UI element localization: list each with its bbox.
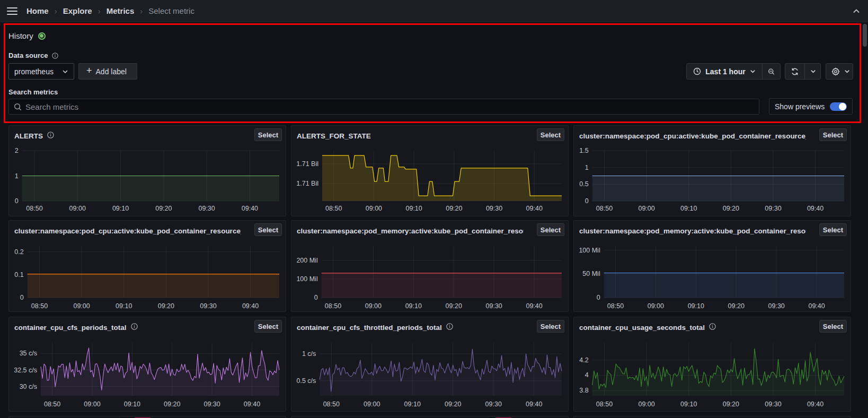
info-icon[interactable] [709, 323, 716, 332]
grafana-explore-metrics-screen: Home › Explore › Metrics › Select metric… [0, 0, 868, 418]
metric-panel: 08:5009:0009:1009:2009:3009:40210 ALERTS… [8, 125, 286, 216]
refresh-button-group [785, 63, 821, 80]
panel-title: cluster:namespace:pod_memory:active:kube… [297, 227, 524, 235]
svg-text:08:50: 08:50 [596, 400, 613, 408]
svg-text:09:10: 09:10 [405, 205, 422, 212]
svg-text:0.5 c/s: 0.5 c/s [297, 377, 316, 385]
svg-text:2: 2 [15, 147, 19, 154]
svg-text:35 c/s: 35 c/s [20, 350, 37, 357]
panel-title: cluster:namespace:pod_cpu:active:kube_po… [14, 227, 241, 235]
metric-panel-partial [573, 416, 851, 418]
select-metric-button[interactable]: Select [819, 128, 847, 141]
history-radio-icon[interactable] [38, 32, 46, 40]
select-metric-button[interactable]: Select [254, 320, 282, 333]
svg-text:0: 0 [20, 294, 24, 301]
breadcrumb-explore[interactable]: Explore [63, 6, 92, 15]
svg-text:09:30: 09:30 [768, 302, 785, 310]
select-metric-button[interactable]: Select [254, 223, 282, 236]
menu-hamburger-icon[interactable] [7, 7, 17, 15]
info-icon[interactable] [52, 53, 58, 60]
metric-panel: 08:5009:0009:1009:2009:3009:401.71 Bil1.… [291, 125, 569, 216]
svg-text:1.71 Bil: 1.71 Bil [296, 160, 318, 168]
svg-text:08:50: 08:50 [596, 205, 613, 212]
search-metrics-input[interactable] [25, 102, 754, 111]
select-metric-button[interactable]: Select [819, 320, 847, 333]
metric-panel: 08:5009:0009:1009:2009:3009:4035 c/s32.5… [8, 317, 286, 412]
breadcrumb-separator-icon: › [98, 6, 101, 15]
svg-text:09:10: 09:10 [688, 302, 704, 310]
add-label-button[interactable]: + Add label [78, 63, 137, 80]
svg-text:0.2: 0.2 [14, 248, 23, 256]
svg-text:09:30: 09:30 [765, 400, 781, 408]
svg-text:08:50: 08:50 [26, 205, 42, 212]
metric-panel: 08:5009:0009:1009:2009:3009:400.20.10 cl… [8, 220, 286, 312]
select-metric-button[interactable]: Select [537, 320, 564, 333]
svg-text:09:10: 09:10 [404, 400, 421, 408]
svg-text:09:20: 09:20 [155, 205, 172, 212]
svg-text:09:10: 09:10 [124, 400, 140, 408]
breadcrumb-home[interactable]: Home [26, 6, 49, 15]
svg-text:09:20: 09:20 [446, 205, 462, 212]
svg-text:09:40: 09:40 [242, 302, 259, 310]
panel-title: ALERTS_FOR_STATE [297, 132, 371, 140]
chevron-down-icon [750, 68, 756, 74]
svg-text:09:00: 09:00 [84, 400, 100, 408]
svg-text:09:30: 09:30 [486, 205, 502, 212]
panel-header: cluster:namespace:pod_memory:active:kube… [297, 224, 524, 238]
panel-header: container_cpu_cfs_periods_total [14, 320, 241, 334]
clock-icon [693, 67, 701, 75]
svg-text:4: 4 [585, 371, 589, 379]
svg-text:09:20: 09:20 [723, 205, 739, 212]
svg-text:3.8: 3.8 [579, 387, 588, 394]
vertical-scrollbar-thumb[interactable] [863, 24, 867, 47]
svg-text:09:40: 09:40 [526, 205, 543, 212]
collapse-chevron-up-icon[interactable] [852, 7, 861, 18]
metric-panel: 08:5009:0009:1009:2009:3009:404.243.8 co… [573, 317, 851, 412]
zoom-out-button[interactable] [762, 64, 780, 79]
chevron-down-icon [844, 68, 850, 74]
svg-text:09:30: 09:30 [485, 400, 502, 408]
svg-text:1: 1 [15, 172, 19, 180]
chevron-down-icon [62, 68, 68, 75]
panel-header: cluster:namespace:pod_cpu:active:kube_po… [579, 129, 806, 143]
settings-button[interactable] [826, 63, 853, 80]
svg-text:09:10: 09:10 [680, 400, 697, 408]
panel-title: cluster:namespace:pod_cpu:active:kube_po… [579, 132, 806, 140]
breadcrumb: Home › Explore › Metrics › Select metric [26, 6, 194, 15]
info-icon[interactable] [446, 323, 453, 332]
select-metric-button[interactable]: Select [537, 223, 564, 236]
svg-text:09:40: 09:40 [807, 205, 823, 212]
panel-title: container_cpu_cfs_periods_total [14, 324, 127, 332]
svg-text:09:20: 09:20 [723, 400, 739, 408]
info-icon[interactable] [131, 323, 138, 332]
metric-panel: 08:5009:0009:1009:2009:3009:401.510.50 c… [573, 125, 851, 216]
refresh-button[interactable] [785, 64, 804, 79]
panel-header: ALERTS_FOR_STATE [297, 129, 524, 143]
svg-text:0.1: 0.1 [14, 271, 23, 278]
svg-text:09:10: 09:10 [116, 302, 132, 310]
breadcrumb-metrics[interactable]: Metrics [107, 6, 135, 15]
svg-text:08:50: 08:50 [607, 302, 624, 310]
select-metric-button[interactable]: Select [819, 223, 847, 236]
svg-text:1: 1 [585, 164, 589, 171]
metric-panel: 08:5009:0009:1009:2009:3009:40100 Mil50 … [573, 220, 851, 312]
svg-text:09:10: 09:10 [112, 205, 129, 212]
time-picker-group: Last 1 hour [686, 63, 781, 80]
svg-text:1.5: 1.5 [579, 147, 588, 154]
svg-text:100 Mil: 100 Mil [296, 275, 317, 283]
svg-text:09:30: 09:30 [486, 302, 502, 310]
show-previews-toggle[interactable] [830, 102, 847, 111]
svg-text:09:40: 09:40 [807, 400, 823, 408]
time-range-button[interactable]: Last 1 hour [687, 64, 762, 79]
refresh-interval-dropdown[interactable] [804, 64, 821, 79]
select-metric-button[interactable]: Select [254, 128, 282, 141]
zoom-out-icon [768, 67, 775, 76]
svg-text:08:50: 08:50 [323, 400, 340, 408]
select-metric-button[interactable]: Select [537, 128, 564, 141]
svg-text:08:50: 08:50 [44, 400, 60, 408]
info-icon[interactable] [47, 131, 54, 141]
svg-text:08:50: 08:50 [325, 205, 342, 212]
datasource-select[interactable]: prometheus [8, 63, 74, 80]
panel-header: container_cpu_usage_seconds_total [579, 320, 806, 334]
svg-text:09:20: 09:20 [728, 302, 745, 310]
